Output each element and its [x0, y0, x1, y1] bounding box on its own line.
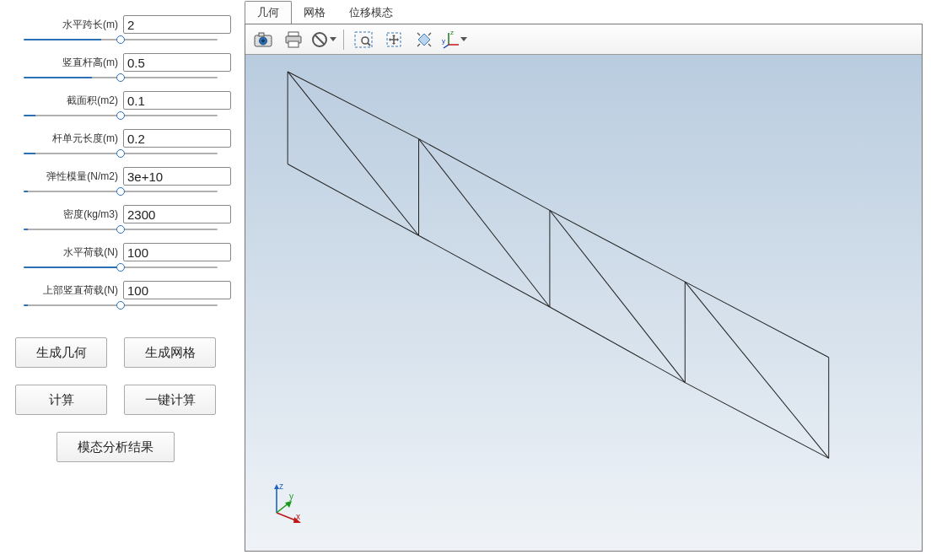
visualization-frame: z x y: [245, 24, 923, 552]
parameter-panel: 水平跨长(m) 竖直杆高(m) 截面积(m2): [0, 0, 245, 560]
param-label: 水平跨长(m): [62, 18, 118, 32]
svg-line-8: [315, 35, 325, 44]
compute-button[interactable]: 计算: [15, 385, 107, 415]
param-label: 上部竖直荷载(N): [43, 283, 118, 298]
camera-icon: [254, 32, 272, 47]
svg-line-26: [685, 383, 828, 459]
svg-line-23: [288, 164, 418, 236]
generate-geometry-button[interactable]: 生成几何: [15, 337, 107, 368]
svg-line-25: [550, 307, 685, 383]
axis-triad-icon: z x y: [442, 30, 459, 50]
param-label: 竖直杆高(m): [62, 56, 118, 70]
snapshot-button[interactable]: [250, 28, 276, 51]
svg-rect-1: [259, 33, 264, 36]
elemlen-slider[interactable]: [24, 148, 218, 159]
param-label: 杆单元长度(m): [52, 132, 118, 146]
axis-y-label: y: [289, 492, 293, 501]
param-label: 弹性模量(N/m2): [46, 170, 118, 184]
svg-line-20: [419, 139, 550, 211]
vload-slider[interactable]: [24, 299, 218, 311]
param-label: 密度(kg/m3): [63, 207, 118, 222]
hload-slider[interactable]: [24, 261, 218, 273]
tab-mesh[interactable]: 网格: [292, 2, 337, 24]
pan-button[interactable]: [381, 28, 406, 51]
param-horizontal-load: 水平荷载(N): [13, 243, 231, 276]
dropdown-arrow-icon: [330, 37, 336, 41]
emod-slider[interactable]: [24, 186, 218, 197]
modal-analysis-result-button[interactable]: 模态分析结果: [57, 432, 175, 462]
axis-toggle-button[interactable]: z x y: [442, 28, 467, 51]
density-slider[interactable]: [24, 223, 218, 235]
param-vertical-load: 上部竖直荷载(N): [13, 281, 231, 314]
printer-icon: [284, 31, 303, 48]
svg-text:y: y: [442, 37, 445, 45]
pan-arrows-icon: [385, 30, 403, 49]
svg-text:z: z: [450, 30, 454, 36]
truss-geometry: [245, 55, 922, 551]
param-element-length: 杆单元长度(m): [13, 129, 231, 162]
no-entry-icon: [311, 31, 328, 48]
param-label: 水平荷载(N): [63, 245, 118, 260]
span-input[interactable]: [123, 15, 231, 34]
emod-input[interactable]: [123, 167, 231, 186]
viewport-toolbar: z x y: [245, 24, 922, 55]
height-input[interactable]: [123, 53, 231, 72]
vload-input[interactable]: [123, 281, 231, 299]
param-area: 截面积(m2): [13, 91, 231, 124]
3d-viewport[interactable]: z y x: [245, 55, 922, 551]
svg-line-22: [685, 282, 828, 358]
svg-line-33: [419, 139, 550, 307]
span-slider[interactable]: [24, 34, 218, 46]
svg-line-15: [444, 45, 449, 48]
area-input[interactable]: [123, 91, 231, 110]
height-slider[interactable]: [24, 72, 218, 83]
elemlen-input[interactable]: [123, 129, 231, 148]
toolbar-separator: [343, 30, 344, 50]
axis-x-label: x: [296, 512, 300, 521]
tab-geometry[interactable]: 几何: [245, 1, 292, 24]
svg-line-11: [368, 43, 370, 46]
svg-point-3: [261, 39, 265, 42]
tab-bar: 几何 网格 位移模态: [245, 3, 923, 24]
generate-mesh-button[interactable]: 生成网格: [124, 337, 216, 368]
print-button[interactable]: [281, 28, 306, 51]
dropdown-arrow-icon: [460, 37, 467, 41]
param-density: 密度(kg/m3): [13, 205, 231, 238]
param-elastic-modulus: 弹性模量(N/m2): [13, 167, 231, 200]
main-panel: 几何 网格 位移模态: [245, 0, 931, 560]
zoom-select-button[interactable]: [351, 28, 376, 51]
area-slider[interactable]: [24, 110, 218, 121]
svg-line-32: [288, 72, 418, 235]
clear-button[interactable]: [311, 28, 336, 51]
svg-line-24: [419, 235, 550, 307]
fit-view-button[interactable]: [412, 28, 437, 51]
axis-indicator: z y x: [264, 481, 306, 525]
svg-line-19: [288, 72, 418, 139]
density-input[interactable]: [123, 205, 231, 223]
svg-line-21: [550, 210, 685, 282]
param-vertical-height: 竖直杆高(m): [13, 53, 231, 86]
param-label: 截面积(m2): [67, 94, 118, 108]
svg-rect-4: [288, 32, 299, 36]
svg-marker-41: [285, 501, 292, 508]
one-click-compute-button[interactable]: 一键计算: [124, 385, 216, 415]
zoom-rect-icon: [354, 31, 373, 48]
hload-input[interactable]: [123, 243, 231, 261]
svg-rect-6: [288, 41, 299, 47]
svg-line-34: [550, 210, 685, 382]
svg-point-10: [362, 37, 369, 44]
param-horizontal-span: 水平跨长(m): [13, 15, 231, 48]
svg-line-35: [685, 282, 828, 458]
tab-mode[interactable]: 位移模态: [337, 2, 405, 24]
fit-diamond-icon: [415, 30, 433, 49]
axis-z-label: z: [279, 482, 283, 491]
